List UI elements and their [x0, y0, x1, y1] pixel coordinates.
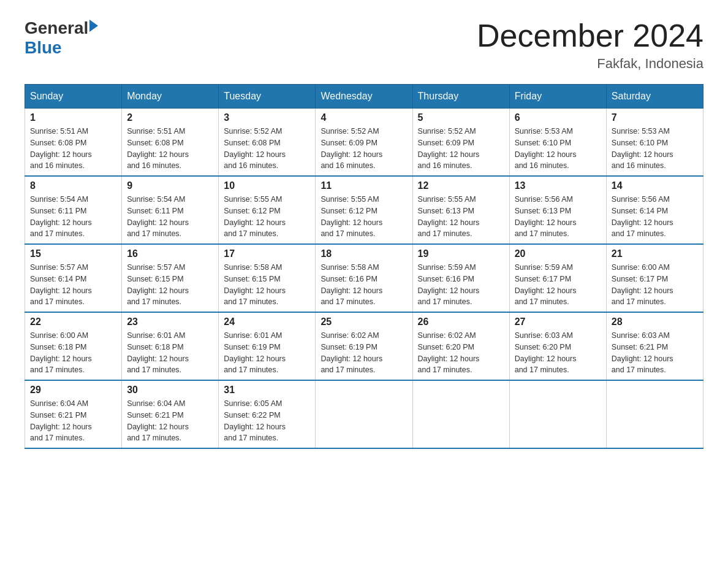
day-number: 21 — [612, 248, 698, 259]
calendar-week-row: 29 Sunrise: 6:04 AM Sunset: 6:21 PM Dayl… — [25, 380, 703, 448]
day-info: Sunrise: 5:54 AM Sunset: 6:11 PM Dayligh… — [127, 195, 189, 238]
calendar-day-cell: 9 Sunrise: 5:54 AM Sunset: 6:11 PM Dayli… — [122, 176, 219, 244]
calendar-day-cell: 7 Sunrise: 5:53 AM Sunset: 6:10 PM Dayli… — [606, 109, 703, 177]
calendar-day-cell — [606, 380, 703, 448]
day-info: Sunrise: 5:58 AM Sunset: 6:15 PM Dayligh… — [224, 263, 286, 306]
day-number: 26 — [418, 316, 504, 327]
day-info: Sunrise: 5:51 AM Sunset: 6:08 PM Dayligh… — [30, 127, 92, 170]
calendar-day-cell: 21 Sunrise: 6:00 AM Sunset: 6:17 PM Dayl… — [606, 244, 703, 312]
calendar-day-cell: 8 Sunrise: 5:54 AM Sunset: 6:11 PM Dayli… — [25, 176, 122, 244]
title-block: December 2024 Fakfak, Indonesia — [477, 18, 703, 72]
calendar-day-cell: 20 Sunrise: 5:59 AM Sunset: 6:17 PM Dayl… — [509, 244, 606, 312]
weekday-header-sunday: Sunday — [25, 85, 122, 109]
day-number: 3 — [224, 112, 310, 123]
logo-general-text: General — [25, 18, 88, 38]
calendar-week-row: 22 Sunrise: 6:00 AM Sunset: 6:18 PM Dayl… — [25, 312, 703, 380]
day-number: 25 — [320, 316, 407, 327]
day-number: 16 — [127, 248, 213, 259]
day-number: 4 — [320, 112, 407, 123]
day-number: 24 — [224, 316, 310, 327]
day-number: 9 — [127, 180, 213, 191]
calendar-day-cell: 28 Sunrise: 6:03 AM Sunset: 6:21 PM Dayl… — [606, 312, 703, 380]
logo-arrow-icon — [89, 20, 98, 32]
day-info: Sunrise: 6:01 AM Sunset: 6:18 PM Dayligh… — [127, 331, 189, 374]
day-number: 19 — [418, 248, 504, 259]
day-info: Sunrise: 6:02 AM Sunset: 6:19 PM Dayligh… — [320, 331, 382, 374]
weekday-header-tuesday: Tuesday — [219, 85, 316, 109]
day-number: 15 — [30, 248, 116, 259]
calendar-day-cell — [509, 380, 606, 448]
day-number: 10 — [224, 180, 310, 191]
day-info: Sunrise: 5:52 AM Sunset: 6:09 PM Dayligh… — [418, 127, 480, 170]
day-number: 23 — [127, 316, 213, 327]
calendar-day-cell: 17 Sunrise: 5:58 AM Sunset: 6:15 PM Dayl… — [219, 244, 316, 312]
calendar-day-cell: 14 Sunrise: 5:56 AM Sunset: 6:14 PM Dayl… — [606, 176, 703, 244]
calendar-day-cell: 2 Sunrise: 5:51 AM Sunset: 6:08 PM Dayli… — [122, 109, 219, 177]
calendar-day-cell: 5 Sunrise: 5:52 AM Sunset: 6:09 PM Dayli… — [412, 109, 509, 177]
day-number: 13 — [515, 180, 601, 191]
calendar-day-cell: 27 Sunrise: 6:03 AM Sunset: 6:20 PM Dayl… — [509, 312, 606, 380]
day-info: Sunrise: 5:55 AM Sunset: 6:13 PM Dayligh… — [418, 195, 480, 238]
calendar-day-cell: 1 Sunrise: 5:51 AM Sunset: 6:08 PM Dayli… — [25, 109, 122, 177]
day-info: Sunrise: 5:59 AM Sunset: 6:17 PM Dayligh… — [515, 263, 577, 306]
day-info: Sunrise: 6:01 AM Sunset: 6:19 PM Dayligh… — [224, 331, 286, 374]
calendar-day-cell: 18 Sunrise: 5:58 AM Sunset: 6:16 PM Dayl… — [316, 244, 412, 312]
calendar-day-cell: 30 Sunrise: 6:04 AM Sunset: 6:21 PM Dayl… — [122, 380, 219, 448]
location-label: Fakfak, Indonesia — [477, 56, 703, 72]
weekday-header-wednesday: Wednesday — [316, 85, 412, 109]
day-number: 17 — [224, 248, 310, 259]
day-number: 6 — [515, 112, 601, 123]
day-number: 22 — [30, 316, 116, 327]
day-info: Sunrise: 5:53 AM Sunset: 6:10 PM Dayligh… — [515, 127, 577, 170]
day-number: 31 — [224, 385, 310, 396]
day-info: Sunrise: 6:02 AM Sunset: 6:20 PM Dayligh… — [418, 331, 480, 374]
weekday-header-thursday: Thursday — [412, 85, 509, 109]
calendar-day-cell: 6 Sunrise: 5:53 AM Sunset: 6:10 PM Dayli… — [509, 109, 606, 177]
calendar-day-cell: 19 Sunrise: 5:59 AM Sunset: 6:16 PM Dayl… — [412, 244, 509, 312]
weekday-header-row: SundayMondayTuesdayWednesdayThursdayFrid… — [25, 85, 703, 109]
day-info: Sunrise: 5:57 AM Sunset: 6:15 PM Dayligh… — [127, 263, 189, 306]
calendar-day-cell: 4 Sunrise: 5:52 AM Sunset: 6:09 PM Dayli… — [316, 109, 412, 177]
day-info: Sunrise: 5:52 AM Sunset: 6:09 PM Dayligh… — [320, 127, 382, 170]
day-info: Sunrise: 5:51 AM Sunset: 6:08 PM Dayligh… — [127, 127, 189, 170]
day-number: 1 — [30, 112, 116, 123]
calendar-day-cell: 16 Sunrise: 5:57 AM Sunset: 6:15 PM Dayl… — [122, 244, 219, 312]
day-number: 11 — [320, 180, 407, 191]
calendar-day-cell: 23 Sunrise: 6:01 AM Sunset: 6:18 PM Dayl… — [122, 312, 219, 380]
day-info: Sunrise: 6:05 AM Sunset: 6:22 PM Dayligh… — [224, 399, 286, 442]
logo-blue-text: Blue — [25, 38, 62, 58]
calendar-week-row: 8 Sunrise: 5:54 AM Sunset: 6:11 PM Dayli… — [25, 176, 703, 244]
day-info: Sunrise: 5:55 AM Sunset: 6:12 PM Dayligh… — [224, 195, 286, 238]
day-number: 30 — [127, 385, 213, 396]
calendar-day-cell: 13 Sunrise: 5:56 AM Sunset: 6:13 PM Dayl… — [509, 176, 606, 244]
calendar-day-cell: 3 Sunrise: 5:52 AM Sunset: 6:08 PM Dayli… — [219, 109, 316, 177]
day-info: Sunrise: 5:59 AM Sunset: 6:16 PM Dayligh… — [418, 263, 480, 306]
page-header: General Blue December 2024 Fakfak, Indon… — [25, 18, 703, 72]
day-info: Sunrise: 5:53 AM Sunset: 6:10 PM Dayligh… — [612, 127, 673, 170]
calendar-day-cell: 10 Sunrise: 5:55 AM Sunset: 6:12 PM Dayl… — [219, 176, 316, 244]
calendar-day-cell: 15 Sunrise: 5:57 AM Sunset: 6:14 PM Dayl… — [25, 244, 122, 312]
calendar-day-cell: 12 Sunrise: 5:55 AM Sunset: 6:13 PM Dayl… — [412, 176, 509, 244]
day-number: 20 — [515, 248, 601, 259]
calendar-day-cell — [412, 380, 509, 448]
calendar-week-row: 1 Sunrise: 5:51 AM Sunset: 6:08 PM Dayli… — [25, 109, 703, 177]
calendar-day-cell: 25 Sunrise: 6:02 AM Sunset: 6:19 PM Dayl… — [316, 312, 412, 380]
day-number: 18 — [320, 248, 407, 259]
day-number: 2 — [127, 112, 213, 123]
day-number: 28 — [612, 316, 698, 327]
logo: General Blue — [25, 18, 98, 58]
day-info: Sunrise: 5:52 AM Sunset: 6:08 PM Dayligh… — [224, 127, 286, 170]
calendar-day-cell: 26 Sunrise: 6:02 AM Sunset: 6:20 PM Dayl… — [412, 312, 509, 380]
day-info: Sunrise: 6:00 AM Sunset: 6:17 PM Dayligh… — [612, 263, 673, 306]
calendar-week-row: 15 Sunrise: 5:57 AM Sunset: 6:14 PM Dayl… — [25, 244, 703, 312]
calendar-day-cell — [316, 380, 412, 448]
day-number: 27 — [515, 316, 601, 327]
weekday-header-saturday: Saturday — [606, 85, 703, 109]
day-info: Sunrise: 5:54 AM Sunset: 6:11 PM Dayligh… — [30, 195, 92, 238]
day-number: 12 — [418, 180, 504, 191]
day-info: Sunrise: 6:04 AM Sunset: 6:21 PM Dayligh… — [30, 399, 92, 442]
day-number: 7 — [612, 112, 698, 123]
calendar-table: SundayMondayTuesdayWednesdayThursdayFrid… — [25, 84, 703, 449]
day-info: Sunrise: 5:58 AM Sunset: 6:16 PM Dayligh… — [320, 263, 382, 306]
month-title: December 2024 — [477, 18, 703, 53]
